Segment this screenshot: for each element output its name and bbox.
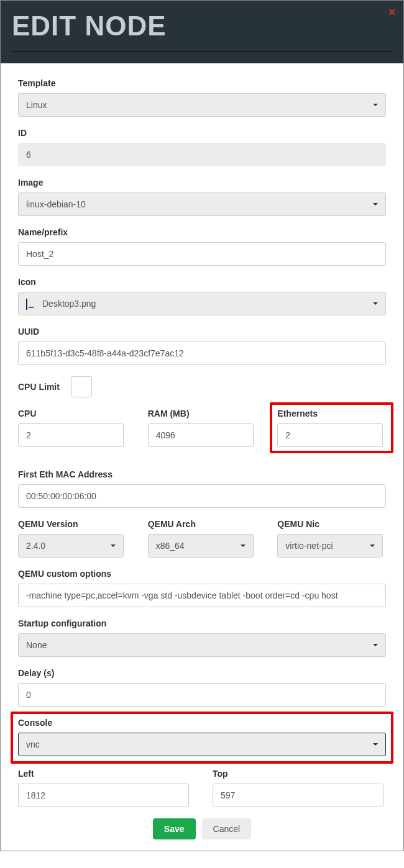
qemu-arch-select[interactable]: x86_64 [148,534,254,558]
uuid-field[interactable]: 611b5f13-d3c5-48f8-a44a-d23cf7e7ac12 [18,341,386,365]
ram-value: 4096 [156,430,175,440]
name-field[interactable]: Host_2 [18,242,386,266]
modal-body: Template Linux ID 6 Image linux-debian-1… [1,63,403,851]
delay-value: 0 [26,690,31,700]
delay-label: Delay (s) [18,668,386,678]
cpu-field[interactable]: 2 [18,423,124,447]
ram-label: RAM (MB) [148,409,257,418]
id-label: ID [18,128,386,138]
qemu-custom-field[interactable]: -machine type=pc,accel=kvm -vga std -usb… [18,584,386,607]
qemu-arch-label: QEMU Arch [148,519,257,529]
first-mac-label: First Eth MAC Address [18,469,386,479]
delay-field[interactable]: 0 [18,683,386,707]
cancel-button[interactable]: Cancel [202,818,252,839]
ethernets-value: 2 [285,430,290,440]
chevron-down-icon [373,644,378,646]
startup-label: Startup configuration [18,618,386,628]
cpu-label: CPU [18,409,127,418]
desktop-icon [26,299,36,308]
chevron-down-icon [373,743,378,746]
ethernets-field[interactable]: 2 [277,423,383,447]
id-field: 6 [18,143,386,166]
template-select[interactable]: Linux [18,93,386,117]
ethernets-highlight: Ethernets 2 [270,402,393,453]
first-mac-field[interactable]: 00:50:00:00:06:00 [18,484,386,508]
chevron-down-icon [241,545,246,547]
console-value: vnc [26,739,40,749]
qemu-nic-label: QEMU Nic [277,519,386,529]
qemu-arch-value: x86_64 [156,541,185,551]
first-mac-value: 00:50:00:00:06:00 [26,491,96,501]
left-label: Left [18,769,191,779]
save-button[interactable]: Save [153,818,196,839]
chevron-down-icon [373,104,378,106]
close-icon[interactable]: ✕ [388,6,396,18]
top-label: Top [213,769,386,779]
chevron-down-icon [373,203,378,206]
name-value: Host_2 [26,249,53,259]
left-value: 1812 [26,790,45,800]
icon-select[interactable]: Desktop3.png [18,292,386,315]
image-value: linux-debian-10 [26,199,86,209]
cpu-value: 2 [26,430,31,440]
qemu-version-label: QEMU Version [18,519,127,529]
console-select[interactable]: vnc [18,733,386,756]
cpu-limit-label: CPU Limit [18,382,60,392]
qemu-nic-select[interactable]: virtio-net-pci [277,534,383,558]
qemu-version-select[interactable]: 2.4.0 [18,534,124,558]
chevron-down-icon [373,302,378,305]
edit-node-modal: ✕ EDIT NODE Template Linux ID 6 Image li… [0,0,404,851]
id-value: 6 [26,150,31,160]
modal-header: ✕ EDIT NODE [1,1,403,63]
page-title: EDIT NODE [12,7,392,52]
image-select[interactable]: linux-debian-10 [18,192,386,216]
startup-select[interactable]: None [18,633,386,657]
image-label: Image [18,178,386,188]
qemu-custom-label: QEMU custom options [18,569,386,579]
left-field[interactable]: 1812 [18,784,189,807]
chevron-down-icon [111,545,116,547]
console-highlight: Console vnc [11,712,393,764]
uuid-label: UUID [18,327,386,337]
ethernets-label: Ethernets [277,409,386,418]
chevron-down-icon [370,545,375,547]
top-value: 597 [221,790,235,800]
qemu-nic-value: virtio-net-pci [285,541,333,551]
startup-value: None [26,640,47,650]
console-label: Console [18,718,386,728]
icon-value: Desktop3.png [42,299,96,309]
template-label: Template [18,78,386,88]
qemu-version-value: 2.4.0 [26,541,45,551]
template-value: Linux [26,100,47,110]
top-field[interactable]: 597 [213,784,383,807]
icon-label: Icon [18,277,386,287]
uuid-value: 611b5f13-d3c5-48f8-a44a-d23cf7e7ac12 [26,348,184,358]
ram-field[interactable]: 4096 [148,423,254,447]
cpu-limit-checkbox[interactable] [71,376,92,397]
qemu-custom-value: -machine type=pc,accel=kvm -vga std -usb… [26,590,338,600]
name-label: Name/prefix [18,227,386,237]
